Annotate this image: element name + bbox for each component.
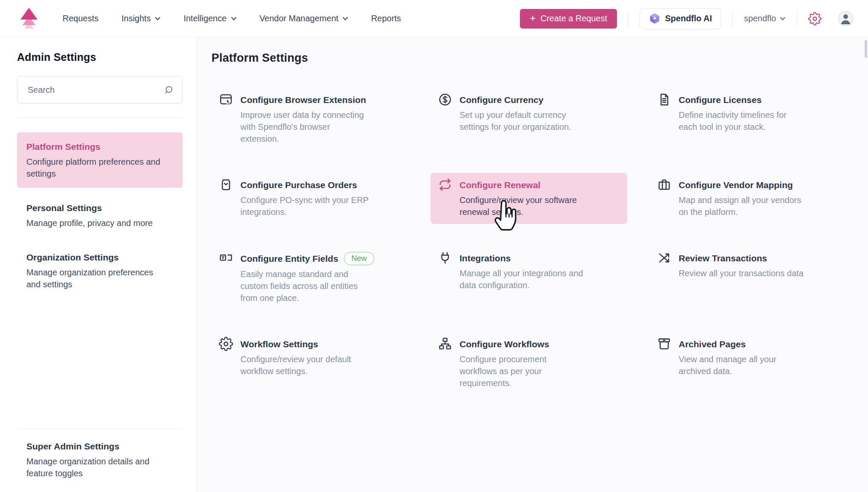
admin-settings-sidebar: Admin Settings Platform Settings Configu… — [0, 37, 197, 492]
spendflo-ai-button[interactable]: Spendflo AI — [640, 8, 721, 29]
card-configure-renewal[interactable]: Configure Renewal Configure/review your … — [431, 173, 627, 224]
top-navbar: Requests Insights Intelligence Vendor Ma… — [0, 0, 868, 37]
card-body: Configure Renewal Configure/review your … — [460, 179, 596, 218]
chevron-down-icon — [780, 17, 785, 21]
card-body: Configure Workflows Configure procuremen… — [460, 338, 562, 389]
card-body: Review Transactions Review all your tran… — [679, 252, 803, 279]
card-title: Archived Pages — [679, 338, 746, 350]
ai-cube-icon — [649, 13, 660, 24]
card-desc: Configure PO-sync with your ERP integrat… — [240, 194, 381, 218]
card-configure-vendor-mapping[interactable]: Configure Vendor Mapping Map and assign … — [650, 173, 846, 224]
page-scrollbar[interactable] — [865, 40, 867, 58]
page-body: Admin Settings Platform Settings Configu… — [0, 37, 868, 492]
card-configure-entity-fields[interactable]: Configure Entity Fields New Easily manag… — [211, 246, 408, 310]
nav-label: Insights — [122, 14, 151, 23]
nav-label: Requests — [63, 14, 99, 23]
card-configure-browser-extension[interactable]: Configure Browser Extension Improve user… — [211, 88, 408, 151]
header-divider — [628, 11, 628, 27]
sidebar-item-desc: Manage organization details and feature … — [26, 455, 169, 479]
chevron-down-icon — [343, 17, 348, 21]
card-body: Workflow Settings Configure/review your … — [240, 338, 368, 377]
card-desc: Set up your default currency settings fo… — [460, 109, 587, 133]
card-body: Archived Pages View and manage all your … — [679, 338, 798, 377]
card-title: Configure Currency — [460, 94, 543, 106]
search-icon[interactable] — [163, 85, 174, 95]
header-divider — [732, 11, 733, 27]
card-desc: Configure/review your software renewal s… — [460, 194, 596, 218]
nav-label: Reports — [371, 14, 401, 23]
nav-item-insights[interactable]: Insights — [122, 14, 161, 23]
sidebar-search — [17, 76, 183, 103]
currency-icon — [438, 92, 452, 107]
plus-icon: + — [530, 13, 536, 23]
card-desc: View and manage all your archived data. — [679, 353, 798, 377]
sidebar-bottom-section: Super Admin Settings Manage organization… — [17, 429, 183, 492]
app-window: Requests Insights Intelligence Vendor Ma… — [0, 0, 868, 492]
card-configure-purchase-orders[interactable]: Configure Purchase Orders Configure PO-s… — [211, 173, 408, 224]
sidebar-item-personal-settings[interactable]: Personal Settings Manage profile, privac… — [17, 194, 183, 237]
header-divider — [797, 11, 797, 27]
search-input[interactable] — [27, 85, 163, 95]
chevron-down-icon — [155, 17, 160, 21]
create-request-button[interactable]: + Create a Request — [520, 9, 617, 29]
platform-settings-main: Platform Settings Configure Browser Exte… — [197, 37, 868, 492]
purchase-orders-bag-icon — [219, 177, 233, 192]
card-body: Configure Vendor Mapping Map and assign … — [679, 179, 806, 218]
nav-item-intelligence[interactable]: Intelligence — [183, 14, 236, 23]
archived-box-icon — [657, 337, 671, 351]
card-body: Configure Purchase Orders Configure PO-s… — [240, 179, 381, 218]
sidebar-item-title: Organization Settings — [26, 251, 173, 263]
integrations-plug-icon — [438, 251, 452, 265]
sidebar-divider — [17, 117, 183, 118]
browser-extension-icon — [219, 92, 233, 107]
org-switcher-dropdown[interactable]: spendflo — [744, 14, 785, 23]
card-title: Integrations — [460, 252, 511, 264]
sidebar-item-organization-settings[interactable]: Organization Settings Manage organizatio… — [17, 243, 183, 298]
card-desc: Improve user data by connecting with Spe… — [240, 109, 368, 145]
card-configure-licenses[interactable]: Configure Licenses Define inactivity tim… — [650, 88, 846, 139]
workflows-orgchart-icon — [438, 337, 452, 351]
chevron-down-icon — [231, 17, 237, 21]
card-desc: Define inactivity timelines for each too… — [679, 109, 802, 133]
card-review-transactions[interactable]: Review Transactions Review all your tran… — [650, 246, 846, 285]
sidebar-item-title: Super Admin Settings — [26, 440, 173, 452]
card-integrations[interactable]: Integrations Manage all your integration… — [431, 246, 627, 297]
renewal-repeat-icon — [438, 177, 452, 192]
card-configure-workflows[interactable]: Configure Workflows Configure procuremen… — [431, 332, 627, 395]
card-title: Configure Licenses — [679, 94, 762, 106]
new-badge: New — [344, 252, 374, 265]
settings-card-grid: Configure Browser Extension Improve user… — [211, 88, 868, 395]
card-title: Configure Vendor Mapping — [679, 179, 793, 191]
card-desc: Easily manage standard and custom fields… — [240, 268, 368, 304]
card-desc: Review all your transactions data — [679, 267, 803, 279]
card-desc: Configure procurement workflows as per y… — [460, 353, 562, 389]
card-body: Configure Browser Extension Improve user… — [240, 94, 368, 145]
sidebar-item-super-admin-settings[interactable]: Super Admin Settings Manage organization… — [17, 429, 183, 492]
card-desc: Configure/review your default workflow s… — [240, 353, 368, 377]
settings-gear-icon[interactable] — [808, 12, 822, 26]
nav-item-requests[interactable]: Requests — [63, 14, 99, 23]
sidebar-item-platform-settings[interactable]: Platform Settings Configure platform pre… — [17, 132, 183, 188]
sidebar-item-desc: Manage profile, privacy and more — [26, 217, 169, 229]
spendflo-logo-icon[interactable] — [19, 6, 39, 31]
sidebar-item-desc: Manage organization preferences and sett… — [26, 266, 169, 290]
nav-label: Intelligence — [183, 14, 226, 23]
nav-item-vendor-management[interactable]: Vendor Management — [260, 14, 348, 23]
card-configure-currency[interactable]: Configure Currency Set up your default c… — [431, 88, 627, 139]
card-body: Integrations Manage all your integration… — [460, 252, 591, 291]
card-archived-pages[interactable]: Archived Pages View and manage all your … — [650, 332, 846, 383]
sidebar-item-title: Personal Settings — [26, 202, 173, 214]
card-title: Configure Browser Extension — [240, 94, 366, 106]
workflow-settings-gear-icon — [219, 337, 233, 351]
card-body: Configure Licenses Define inactivity tim… — [679, 94, 802, 133]
nav-label: Vendor Management — [260, 14, 339, 23]
sidebar-item-title: Platform Settings — [26, 140, 173, 153]
card-desc: Manage all your integrations and data co… — [460, 267, 591, 291]
create-request-label: Create a Request — [540, 14, 607, 23]
nav-item-reports[interactable]: Reports — [371, 14, 401, 23]
user-avatar[interactable] — [838, 11, 854, 26]
card-workflow-settings[interactable]: Workflow Settings Configure/review your … — [211, 332, 408, 383]
card-title: Configure Renewal — [460, 179, 540, 191]
vendor-mapping-briefcase-icon — [657, 177, 671, 192]
spendflo-ai-label: Spendflo AI — [665, 14, 712, 23]
